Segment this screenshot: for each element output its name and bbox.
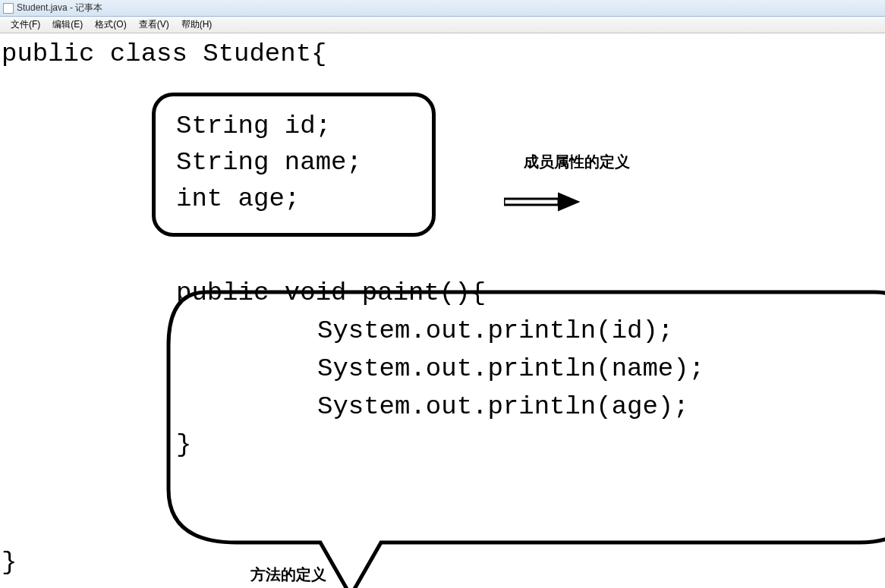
svg-rect-5 <box>505 200 557 203</box>
code-line-5: public void paint(){ <box>176 276 486 311</box>
code-line-9: } <box>176 428 191 463</box>
menu-edit[interactable]: 编辑(E) <box>46 17 89 33</box>
code-line-6: System.out.println(id); <box>317 314 673 349</box>
menu-help[interactable]: 帮助(H) <box>175 17 219 33</box>
code-line-3: String name; <box>176 146 362 181</box>
annotation-attributes: 成员属性的定义 <box>524 152 630 172</box>
code-line-10: } <box>2 546 17 580</box>
window-title: Student.java - 记事本 <box>17 2 102 14</box>
code-line-7: System.out.println(name); <box>317 352 704 387</box>
code-line-8: System.out.println(age); <box>317 390 689 425</box>
code-line-1: public class Student{ <box>2 37 326 72</box>
svg-marker-2 <box>559 193 578 210</box>
code-line-2: String id; <box>176 109 331 144</box>
code-line-4: int age; <box>176 182 300 217</box>
menu-view[interactable]: 查看(V) <box>133 17 175 33</box>
menu-file[interactable]: 文件(F) <box>5 17 46 33</box>
editor-area[interactable]: public class Student{ String id; String … <box>0 33 885 588</box>
menubar: 文件(F) 编辑(E) 格式(O) 查看(V) 帮助(H) <box>0 17 885 33</box>
menu-format[interactable]: 格式(O) <box>89 17 132 33</box>
titlebar: Student.java - 记事本 <box>0 0 885 17</box>
annotation-method: 方法的定义 <box>250 564 326 585</box>
notepad-icon <box>3 3 14 14</box>
